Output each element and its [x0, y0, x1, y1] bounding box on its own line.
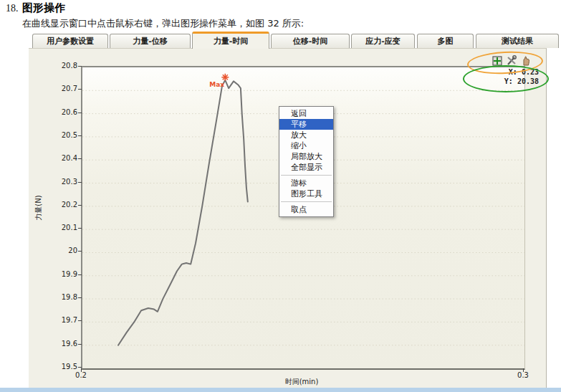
y-tick-mark — [78, 158, 82, 159]
y-tick-mark — [78, 205, 82, 206]
y-tick-label: 19.7 — [53, 316, 77, 324]
y-axis-label: 力量(N) — [34, 195, 44, 220]
menu-item-zoom-in[interactable]: 放大 — [279, 130, 333, 140]
window-bottom-strip — [0, 388, 561, 392]
menu-separator — [281, 201, 332, 202]
tab-force-disp[interactable]: 力量-位移 — [110, 34, 191, 48]
section-body-text: 在曲线显示窗口中点击鼠标右键，弹出图形操作菜单，如图 32 所示: — [22, 17, 304, 30]
manual-page: 18. 图形操作 在曲线显示窗口中点击鼠标右键，弹出图形操作菜单，如图 32 所… — [0, 0, 561, 392]
y-tick-label: 20.6 — [53, 108, 77, 116]
x-tick-label: 0.2 — [69, 371, 93, 379]
y-tick-label: 20.1 — [53, 224, 77, 231]
max-annotation-label: Max — [209, 81, 224, 88]
x-axis-label: 时间(min) — [266, 377, 337, 387]
section-heading: 图形操作 — [22, 1, 65, 15]
menu-item-pan[interactable]: 平移 — [279, 119, 333, 130]
y-tick-mark — [78, 297, 82, 298]
y-tick-label: 19.5 — [53, 363, 77, 371]
menu-separator — [281, 175, 332, 176]
y-tick-mark — [78, 344, 82, 345]
menu-item-graph-tools[interactable]: 图形工具 — [279, 188, 333, 199]
tab-stress-strain[interactable]: 应力-应变 — [351, 34, 415, 48]
menu-item-show-all[interactable]: 全部显示 — [279, 162, 333, 173]
y-tick-mark — [78, 66, 82, 67]
tab-user-params[interactable]: 用户参数设置 — [32, 34, 108, 48]
y-tick-label: 20 — [53, 247, 77, 254]
y-tick-label: 20.2 — [53, 201, 77, 209]
y-tick-mark — [78, 135, 82, 136]
y-tick-label: 19.8 — [53, 293, 77, 301]
callout-ellipse-readout — [463, 65, 549, 92]
curve-display-panel: Max 力量(N) 时间(min) — [29, 48, 547, 388]
y-tick-mark — [78, 228, 82, 229]
y-tick-label: 20.5 — [53, 131, 77, 139]
y-tick-mark — [78, 89, 82, 90]
y-tick-mark — [78, 182, 82, 183]
tab-disp-time[interactable]: 位移-时间 — [271, 34, 350, 48]
y-tick-label: 20.4 — [53, 154, 77, 162]
y-tick-mark — [78, 113, 82, 113]
menu-item-return[interactable]: 返回 — [279, 108, 333, 119]
list-item-number: 18. — [6, 3, 19, 14]
y-tick-mark — [78, 251, 82, 252]
menu-item-pick-point[interactable]: 取点 — [279, 204, 333, 215]
y-tick-mark — [78, 320, 82, 321]
y-tick-label: 20.3 — [53, 178, 77, 186]
tab-test-results[interactable]: 测试结果 — [476, 34, 559, 48]
y-tick-label: 19.9 — [53, 270, 77, 278]
graph-context-menu: 返回 平移 放大 缩小 局部放大 全部显示 游标 图形工具 取点 — [279, 106, 334, 217]
menu-item-cursor[interactable]: 游标 — [279, 178, 333, 188]
y-tick-label: 20.8 — [53, 62, 77, 70]
y-tick-label: 19.6 — [53, 340, 77, 348]
y-tick-mark — [78, 367, 82, 368]
y-tick-label: 20.7 — [53, 85, 77, 92]
y-tick-mark — [78, 274, 82, 275]
tab-multi-graph[interactable]: 多图 — [417, 34, 474, 48]
tab-force-time[interactable]: 力量-时间 — [192, 32, 269, 49]
menu-item-zoom-out[interactable]: 缩小 — [279, 140, 333, 151]
x-tick-label: 0.3 — [511, 371, 535, 379]
menu-item-local-zoom[interactable]: 局部放大 — [279, 151, 333, 162]
